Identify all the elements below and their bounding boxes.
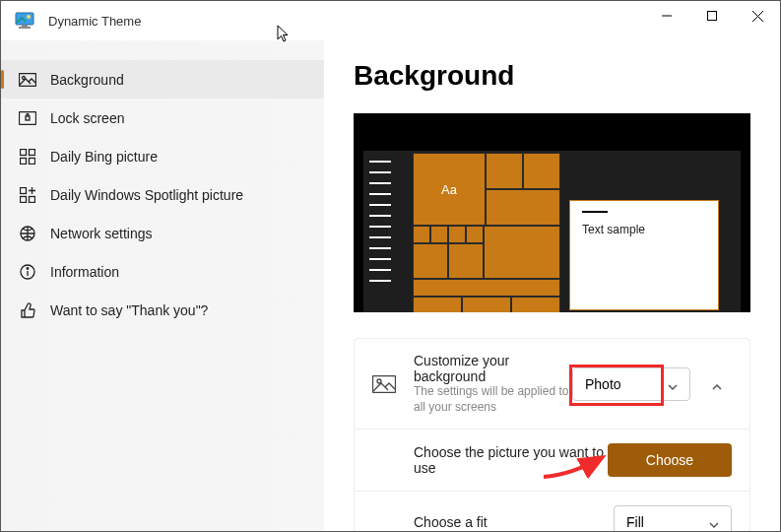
row-picture: Choose the picture you want to use Choos… bbox=[355, 430, 749, 492]
sidebar-item-label: Lock screen bbox=[50, 110, 124, 126]
sidebar-item-network[interactable]: Network settings bbox=[1, 214, 324, 252]
globe-icon bbox=[19, 225, 36, 242]
theme-preview: Aa Text sample bbox=[354, 113, 750, 312]
main-panel: Background Aa Text sample bbox=[324, 40, 780, 531]
sidebar-item-bing[interactable]: Daily Bing picture bbox=[1, 137, 324, 175]
lockscreen-icon bbox=[19, 109, 36, 127]
row-title: Customize your background bbox=[414, 353, 572, 384]
sidebar-item-label: Daily Windows Spotlight picture bbox=[50, 187, 243, 203]
select-value: Photo bbox=[585, 376, 621, 392]
maximize-button[interactable] bbox=[689, 1, 735, 31]
grid-icon bbox=[19, 148, 36, 166]
sidebar-item-label: Information bbox=[50, 264, 119, 280]
sidebar-item-label: Network settings bbox=[50, 226, 152, 241]
select-value: Fill bbox=[626, 514, 644, 530]
thumbs-up-icon bbox=[19, 301, 36, 319]
sidebar-item-lockscreen[interactable]: Lock screen bbox=[1, 99, 324, 137]
close-button[interactable] bbox=[735, 1, 780, 31]
row-fit: Choose a fit Fill bbox=[355, 492, 749, 531]
svg-rect-2 bbox=[19, 27, 31, 29]
fit-select[interactable]: Fill bbox=[614, 505, 732, 531]
svg-rect-18 bbox=[30, 196, 35, 202]
svg-rect-23 bbox=[373, 375, 396, 392]
sidebar-item-info[interactable]: Information bbox=[1, 252, 324, 291]
row-title: Choose the picture you want to use bbox=[414, 444, 608, 476]
sidebar: Background Lock screen Daily Bing pictur… bbox=[1, 40, 324, 531]
svg-rect-8 bbox=[20, 73, 36, 86]
preview-ticks bbox=[369, 161, 391, 291]
expand-button[interactable] bbox=[700, 367, 732, 401]
row-title: Choose a fit bbox=[414, 514, 614, 530]
minimize-button[interactable] bbox=[644, 1, 689, 31]
svg-point-3 bbox=[27, 15, 31, 19]
svg-rect-5 bbox=[708, 12, 717, 21]
app-title: Dynamic Theme bbox=[48, 14, 141, 29]
svg-rect-15 bbox=[30, 158, 35, 164]
preview-tiles: Aa bbox=[413, 153, 560, 312]
background-type-select[interactable]: Photo bbox=[572, 367, 690, 401]
chevron-up-icon bbox=[711, 379, 721, 389]
preview-text-card: Text sample bbox=[569, 200, 719, 310]
sidebar-item-label: Want to say "Thank you"? bbox=[50, 302, 208, 318]
svg-rect-0 bbox=[16, 13, 33, 25]
svg-point-24 bbox=[377, 379, 381, 383]
image-icon bbox=[19, 71, 36, 89]
svg-rect-14 bbox=[21, 158, 27, 164]
info-icon bbox=[19, 263, 36, 281]
chevron-down-icon bbox=[668, 379, 678, 389]
row-customize: Customize your background The settings w… bbox=[355, 339, 749, 430]
row-subtitle: The settings will be applied to all your… bbox=[414, 384, 572, 415]
sidebar-item-spotlight[interactable]: Daily Windows Spotlight picture bbox=[1, 175, 324, 214]
grid-plus-icon bbox=[19, 186, 36, 204]
choose-button[interactable]: Choose bbox=[608, 443, 732, 477]
preview-sample-text: Text sample bbox=[582, 223, 706, 236]
sidebar-item-label: Daily Bing picture bbox=[50, 149, 158, 165]
preview-tile-aa: Aa bbox=[413, 153, 486, 226]
sidebar-item-background[interactable]: Background bbox=[1, 60, 324, 99]
page-title: Background bbox=[354, 60, 750, 92]
svg-rect-12 bbox=[21, 149, 27, 155]
svg-rect-13 bbox=[30, 149, 35, 155]
window-controls bbox=[644, 1, 780, 31]
svg-rect-16 bbox=[21, 187, 27, 193]
image-icon bbox=[372, 373, 400, 395]
sidebar-item-label: Background bbox=[50, 72, 124, 88]
app-icon bbox=[15, 12, 36, 30]
svg-rect-1 bbox=[22, 25, 28, 27]
chevron-down-icon bbox=[709, 517, 719, 527]
sidebar-item-thanks[interactable]: Want to say "Thank you"? bbox=[1, 291, 324, 329]
settings-list: Customize your background The settings w… bbox=[354, 338, 750, 531]
svg-point-21 bbox=[27, 267, 29, 269]
svg-rect-17 bbox=[21, 196, 27, 202]
svg-rect-11 bbox=[26, 116, 30, 120]
